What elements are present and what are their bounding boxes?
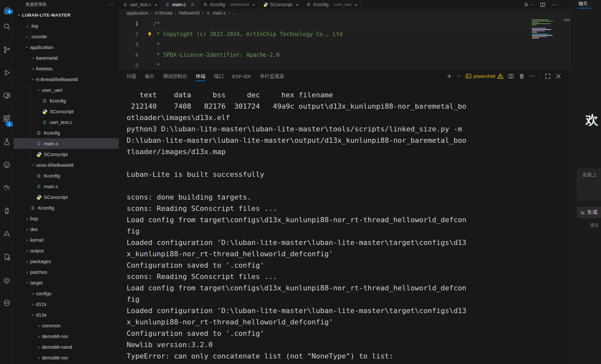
panel-header: 问题输出调试控制台终端端口ESP-IDF串行监视器 powershell (119, 69, 570, 83)
explorer-sidebar: 资源管理器 ›LUBAN-LITE-MASTER›.log›.vscode›ap… (14, 0, 119, 364)
editor-tab-kconfig[interactable]: Kconfig...\user_uart● (302, 0, 361, 9)
terminal-line (127, 180, 567, 191)
tree-folder-configs[interactable]: ›configs (14, 288, 119, 299)
activity-item-espressif[interactable] (0, 176, 14, 199)
tree-folder-freertos[interactable]: ›freertos (14, 63, 119, 74)
panel-tab-端口[interactable]: 端口 (214, 69, 224, 83)
breadcrumb-item-helloworld[interactable]: helloworld (179, 10, 199, 16)
tree-folder-application[interactable]: ›application (14, 42, 119, 53)
editor-more-icon[interactable] (551, 2, 557, 8)
tree-folder-demo88-nor[interactable]: ›demo88-nor (14, 352, 119, 363)
terminal-profile-chevron-icon[interactable] (457, 74, 461, 79)
tree-folder-output[interactable]: ›output (14, 245, 119, 256)
chevron-down-icon: › (36, 87, 42, 93)
svg-text:C: C (124, 3, 127, 7)
tree-item-label: rt-thread\helloworld (36, 77, 78, 82)
editor-tab-main.c[interactable]: Cmain.c (161, 0, 199, 9)
tree-folder-d13x[interactable]: ›d13x (14, 309, 119, 320)
tree-file-kconfig[interactable]: Kconfig (14, 95, 119, 106)
terminal-line: Loaded configuration 'D:\luban-lite-mast… (127, 237, 567, 248)
editor-tab-kconfig[interactable]: Kconfig...\helloworld● (199, 0, 259, 9)
tree-folder-baremetal[interactable]: ›baremetal (14, 53, 119, 63)
tree-item-label: Kconfig (38, 205, 54, 211)
kill-terminal-icon[interactable] (519, 73, 525, 79)
breadcrumb-item-rt-thread[interactable]: rt-thread (155, 10, 172, 16)
split-editor-icon[interactable] (540, 2, 546, 8)
line-number: 5 (119, 62, 145, 68)
terminal-line (127, 157, 567, 169)
explorer-more-icon[interactable] (108, 1, 114, 8)
activity-item-alien-ext[interactable] (0, 291, 14, 314)
tree-folder-rt-thread-helloworld[interactable]: ›rt-thread\helloworld (14, 74, 119, 85)
panel-tab-ESP-IDF[interactable]: ESP-IDF (232, 69, 251, 83)
tree-folder-patches[interactable]: ›patches (14, 267, 119, 277)
panel-tab-串行监视器[interactable]: 串行监视器 (260, 69, 284, 83)
close-tab-icon[interactable] (190, 2, 195, 7)
svg-text:C: C (166, 3, 169, 7)
tree-file-main.c[interactable]: Cmain.c (14, 138, 119, 149)
tree-item-label: .vscode (30, 34, 47, 39)
activity-item-search[interactable] (0, 15, 14, 38)
activity-item-python-ext[interactable] (0, 199, 14, 222)
tree-folder-d12x[interactable]: ›d12x (14, 299, 119, 309)
terminal-output[interactable]: text data bss dec hex filename 212140 74… (127, 89, 567, 364)
activity-item-run-debug[interactable] (0, 61, 14, 84)
tree-folder-common[interactable]: ›common (14, 320, 119, 331)
panel-tab-输出[interactable]: 输出 (145, 69, 155, 83)
activity-item-robot-ext[interactable] (0, 268, 14, 291)
code-text: /* (153, 20, 160, 27)
tree-folder-demo88-nand[interactable]: ›demo88-nand (14, 342, 119, 352)
tree-folder-ucos-ii-helloworld[interactable]: ›ucos-ii\helloworld (14, 160, 119, 170)
tab-chat[interactable]: 聊天 (579, 1, 588, 7)
chat-context-input[interactable]: 添加上 (577, 169, 601, 200)
tree-folder-.log[interactable]: ›.log (14, 20, 119, 31)
python-file-icon (263, 2, 268, 7)
tree-file-sconscript[interactable]: SConscript (14, 192, 119, 202)
activity-item-remote-explorer[interactable] (0, 84, 14, 107)
lightbulb-icon[interactable] (147, 31, 153, 37)
tree-file-sconscript[interactable]: SConscript (14, 149, 119, 160)
close-panel-icon[interactable] (555, 73, 562, 79)
activity-item-testing[interactable] (0, 130, 14, 153)
tree-file-kconfig[interactable]: Kconfig (14, 127, 119, 138)
breadcrumb-item-...[interactable]: ... (233, 10, 237, 16)
tree-folder-bsp[interactable]: ›bsp (14, 213, 119, 224)
tree-folder-doc[interactable]: ›doc (14, 224, 119, 235)
tree-file-kconfig[interactable]: Kconfig (14, 202, 119, 213)
activity-item-chat-assistant[interactable] (0, 153, 14, 176)
activity-item-source-control[interactable] (0, 38, 14, 61)
tree-file-sconscript[interactable]: SConscript (14, 106, 119, 117)
run-button[interactable] (523, 2, 534, 8)
tree-folder-.vscode[interactable]: ›.vscode (14, 31, 119, 42)
panel-more-icon[interactable] (529, 73, 536, 79)
terminal-shell-item[interactable]: powershell (466, 73, 504, 79)
editor-tab-sconscript[interactable]: SConscript● (259, 0, 303, 9)
panel-tab-问题[interactable]: 问题 (127, 69, 136, 83)
tree-folder-target[interactable]: ›target (14, 277, 119, 288)
tree-folder-packages[interactable]: ›packages (14, 256, 119, 267)
tree-folder-demo68-nor[interactable]: ›demo68-nor (14, 331, 119, 342)
activity-item-extensions[interactable]: 1 (0, 107, 14, 130)
tree-file-uart-test.c[interactable]: Cuart_test.c (14, 117, 119, 127)
tree-folder-user-uart[interactable]: ›user_uart (14, 85, 119, 95)
activity-item-project-tools[interactable] (0, 245, 14, 268)
panel-tab-终端[interactable]: 终端 (196, 69, 206, 83)
activity-item-explorer[interactable]: 4 (0, 0, 14, 15)
breadcrumb-item-main.c[interactable]: Cmain.c (206, 10, 226, 16)
chat-generate-button[interactable]: 生成 (577, 207, 601, 218)
tree-root-folder[interactable]: ›LUBAN-LITE-MASTER (14, 10, 119, 20)
new-terminal-icon[interactable] (446, 73, 453, 79)
tree-file-main.c[interactable]: Cmain.c (14, 181, 119, 192)
code-editor[interactable]: 1/*2 * Copyright (c) 2022-2024, ArtInChi… (119, 17, 570, 69)
activity-item-a-logo-ext[interactable] (0, 222, 14, 245)
panel-tab-调试控制台[interactable]: 调试控制台 (163, 69, 187, 83)
tree-item-label: configs (36, 291, 52, 296)
tree-file-kconfig[interactable]: Kconfig (14, 170, 119, 181)
chevron-down-icon: › (31, 77, 36, 82)
editor-tab-uart-test.c[interactable]: Cuart_test.c● (119, 0, 161, 9)
split-terminal-icon[interactable] (508, 73, 514, 79)
maximize-panel-icon[interactable] (545, 73, 551, 79)
tree-item-label: Kconfig (50, 98, 66, 103)
tree-folder-kernel[interactable]: ›kernel (14, 235, 119, 245)
breadcrumb-item-application[interactable]: application (127, 10, 148, 16)
